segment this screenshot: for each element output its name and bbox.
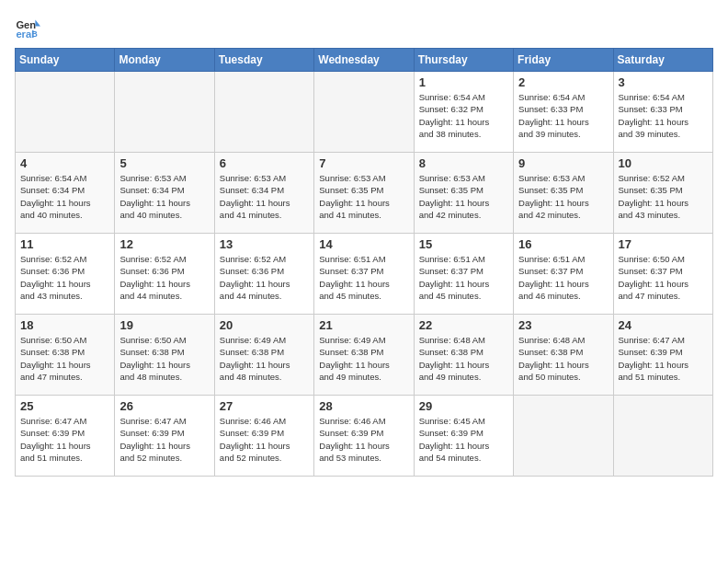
calendar-week-4: 18Sunrise: 6:50 AM Sunset: 6:38 PM Dayli… [16, 315, 713, 396]
calendar-week-2: 4Sunrise: 6:54 AM Sunset: 6:34 PM Daylig… [16, 153, 713, 234]
calendar-cell: 16Sunrise: 6:51 AM Sunset: 6:37 PM Dayli… [514, 234, 613, 315]
day-detail: Sunrise: 6:47 AM Sunset: 6:39 PM Dayligh… [619, 334, 708, 383]
calendar-cell: 2Sunrise: 6:54 AM Sunset: 6:33 PM Daylig… [514, 72, 613, 153]
day-number: 23 [518, 318, 608, 332]
day-detail: Sunrise: 6:50 AM Sunset: 6:38 PM Dayligh… [20, 334, 109, 383]
calendar-cell: 20Sunrise: 6:49 AM Sunset: 6:38 PM Dayli… [214, 315, 313, 396]
calendar-cell [314, 72, 414, 153]
day-detail: Sunrise: 6:45 AM Sunset: 6:39 PM Dayligh… [419, 415, 508, 464]
day-number: 22 [419, 318, 508, 332]
calendar-cell: 29Sunrise: 6:45 AM Sunset: 6:39 PM Dayli… [414, 396, 513, 477]
day-number: 25 [20, 399, 109, 413]
logo: Gen eral B [15, 15, 44, 40]
day-detail: Sunrise: 6:49 AM Sunset: 6:38 PM Dayligh… [220, 334, 309, 383]
day-number: 20 [220, 318, 309, 332]
day-number: 8 [419, 156, 508, 170]
day-number: 5 [119, 156, 209, 170]
day-detail: Sunrise: 6:54 AM Sunset: 6:33 PM Dayligh… [518, 91, 608, 140]
day-number: 21 [319, 318, 408, 332]
calendar-header-tuesday: Tuesday [214, 49, 313, 72]
day-number: 19 [119, 318, 209, 332]
day-number: 14 [319, 237, 408, 251]
day-number: 16 [518, 237, 608, 251]
calendar-cell: 8Sunrise: 6:53 AM Sunset: 6:35 PM Daylig… [414, 153, 513, 234]
calendar-cell: 9Sunrise: 6:53 AM Sunset: 6:35 PM Daylig… [514, 153, 613, 234]
day-number: 29 [419, 399, 508, 413]
day-detail: Sunrise: 6:52 AM Sunset: 6:36 PM Dayligh… [20, 253, 109, 302]
day-detail: Sunrise: 6:50 AM Sunset: 6:37 PM Dayligh… [619, 253, 708, 302]
day-detail: Sunrise: 6:52 AM Sunset: 6:35 PM Dayligh… [619, 172, 708, 221]
calendar-cell: 28Sunrise: 6:46 AM Sunset: 6:39 PM Dayli… [314, 396, 414, 477]
day-detail: Sunrise: 6:54 AM Sunset: 6:33 PM Dayligh… [619, 91, 708, 140]
day-number: 6 [220, 156, 309, 170]
page-header: Gen eral B [15, 15, 713, 40]
calendar-cell: 18Sunrise: 6:50 AM Sunset: 6:38 PM Dayli… [16, 315, 115, 396]
day-number: 10 [619, 156, 708, 170]
day-detail: Sunrise: 6:52 AM Sunset: 6:36 PM Dayligh… [119, 253, 209, 302]
calendar-cell [514, 396, 613, 477]
calendar-cell [16, 72, 115, 153]
calendar-cell: 24Sunrise: 6:47 AM Sunset: 6:39 PM Dayli… [613, 315, 712, 396]
calendar-week-1: 1Sunrise: 6:54 AM Sunset: 6:32 PM Daylig… [16, 72, 713, 153]
day-detail: Sunrise: 6:50 AM Sunset: 6:38 PM Dayligh… [119, 334, 209, 383]
day-number: 24 [619, 318, 708, 332]
day-number: 18 [20, 318, 109, 332]
day-detail: Sunrise: 6:46 AM Sunset: 6:39 PM Dayligh… [220, 415, 309, 464]
day-number: 2 [518, 75, 608, 89]
calendar-cell: 25Sunrise: 6:47 AM Sunset: 6:39 PM Dayli… [16, 396, 115, 477]
calendar-header-monday: Monday [115, 49, 214, 72]
calendar-cell [214, 72, 313, 153]
day-number: 28 [319, 399, 408, 413]
calendar-header-wednesday: Wednesday [314, 49, 414, 72]
day-detail: Sunrise: 6:53 AM Sunset: 6:34 PM Dayligh… [220, 172, 309, 221]
calendar-cell: 27Sunrise: 6:46 AM Sunset: 6:39 PM Dayli… [214, 396, 313, 477]
calendar-cell: 4Sunrise: 6:54 AM Sunset: 6:34 PM Daylig… [16, 153, 115, 234]
calendar-header-row: SundayMondayTuesdayWednesdayThursdayFrid… [16, 49, 713, 72]
svg-marker-2 [35, 20, 40, 27]
calendar-cell: 5Sunrise: 6:53 AM Sunset: 6:34 PM Daylig… [115, 153, 214, 234]
day-detail: Sunrise: 6:47 AM Sunset: 6:39 PM Dayligh… [119, 415, 209, 464]
day-number: 7 [319, 156, 408, 170]
day-detail: Sunrise: 6:53 AM Sunset: 6:35 PM Dayligh… [319, 172, 408, 221]
day-detail: Sunrise: 6:53 AM Sunset: 6:34 PM Dayligh… [119, 172, 209, 221]
calendar-cell: 12Sunrise: 6:52 AM Sunset: 6:36 PM Dayli… [115, 234, 214, 315]
svg-text:B: B [31, 29, 38, 39]
calendar-cell: 17Sunrise: 6:50 AM Sunset: 6:37 PM Dayli… [613, 234, 712, 315]
calendar-header-saturday: Saturday [613, 49, 712, 72]
day-number: 12 [119, 237, 209, 251]
calendar-cell: 1Sunrise: 6:54 AM Sunset: 6:32 PM Daylig… [414, 72, 513, 153]
day-number: 27 [220, 399, 309, 413]
calendar-cell: 14Sunrise: 6:51 AM Sunset: 6:37 PM Dayli… [314, 234, 414, 315]
day-number: 26 [119, 399, 209, 413]
day-detail: Sunrise: 6:48 AM Sunset: 6:38 PM Dayligh… [518, 334, 608, 383]
calendar-cell: 6Sunrise: 6:53 AM Sunset: 6:34 PM Daylig… [214, 153, 313, 234]
day-number: 9 [518, 156, 608, 170]
day-number: 1 [419, 75, 508, 89]
calendar-cell: 15Sunrise: 6:51 AM Sunset: 6:37 PM Dayli… [414, 234, 513, 315]
calendar-cell [115, 72, 214, 153]
day-detail: Sunrise: 6:54 AM Sunset: 6:32 PM Dayligh… [419, 91, 508, 140]
logo-icon: Gen eral B [15, 15, 40, 40]
calendar-cell: 10Sunrise: 6:52 AM Sunset: 6:35 PM Dayli… [613, 153, 712, 234]
calendar-week-3: 11Sunrise: 6:52 AM Sunset: 6:36 PM Dayli… [16, 234, 713, 315]
calendar-cell: 22Sunrise: 6:48 AM Sunset: 6:38 PM Dayli… [414, 315, 513, 396]
day-detail: Sunrise: 6:53 AM Sunset: 6:35 PM Dayligh… [518, 172, 608, 221]
calendar-week-5: 25Sunrise: 6:47 AM Sunset: 6:39 PM Dayli… [16, 396, 713, 477]
day-detail: Sunrise: 6:46 AM Sunset: 6:39 PM Dayligh… [319, 415, 408, 464]
calendar-body: 1Sunrise: 6:54 AM Sunset: 6:32 PM Daylig… [16, 72, 713, 477]
day-detail: Sunrise: 6:48 AM Sunset: 6:38 PM Dayligh… [419, 334, 508, 383]
day-detail: Sunrise: 6:52 AM Sunset: 6:36 PM Dayligh… [220, 253, 309, 302]
day-detail: Sunrise: 6:51 AM Sunset: 6:37 PM Dayligh… [419, 253, 508, 302]
calendar-cell: 23Sunrise: 6:48 AM Sunset: 6:38 PM Dayli… [514, 315, 613, 396]
day-number: 11 [20, 237, 109, 251]
calendar-cell: 19Sunrise: 6:50 AM Sunset: 6:38 PM Dayli… [115, 315, 214, 396]
day-number: 15 [419, 237, 508, 251]
calendar-cell: 7Sunrise: 6:53 AM Sunset: 6:35 PM Daylig… [314, 153, 414, 234]
day-detail: Sunrise: 6:49 AM Sunset: 6:38 PM Dayligh… [319, 334, 408, 383]
calendar-cell: 21Sunrise: 6:49 AM Sunset: 6:38 PM Dayli… [314, 315, 414, 396]
day-number: 17 [619, 237, 708, 251]
day-detail: Sunrise: 6:51 AM Sunset: 6:37 PM Dayligh… [319, 253, 408, 302]
day-detail: Sunrise: 6:51 AM Sunset: 6:37 PM Dayligh… [518, 253, 608, 302]
calendar-cell: 26Sunrise: 6:47 AM Sunset: 6:39 PM Dayli… [115, 396, 214, 477]
calendar-cell: 11Sunrise: 6:52 AM Sunset: 6:36 PM Dayli… [16, 234, 115, 315]
